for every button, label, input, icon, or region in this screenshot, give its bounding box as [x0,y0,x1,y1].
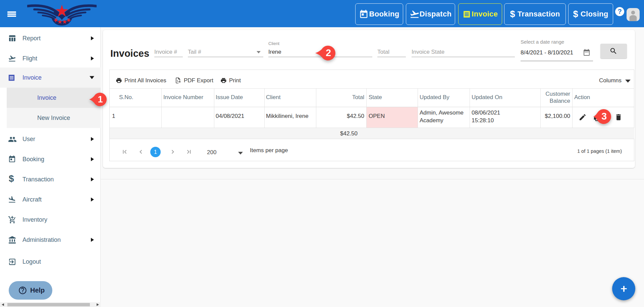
svg-text:1: 1 [98,94,103,104]
svg-text:3: 3 [601,111,607,122]
svg-text:2: 2 [326,47,331,58]
